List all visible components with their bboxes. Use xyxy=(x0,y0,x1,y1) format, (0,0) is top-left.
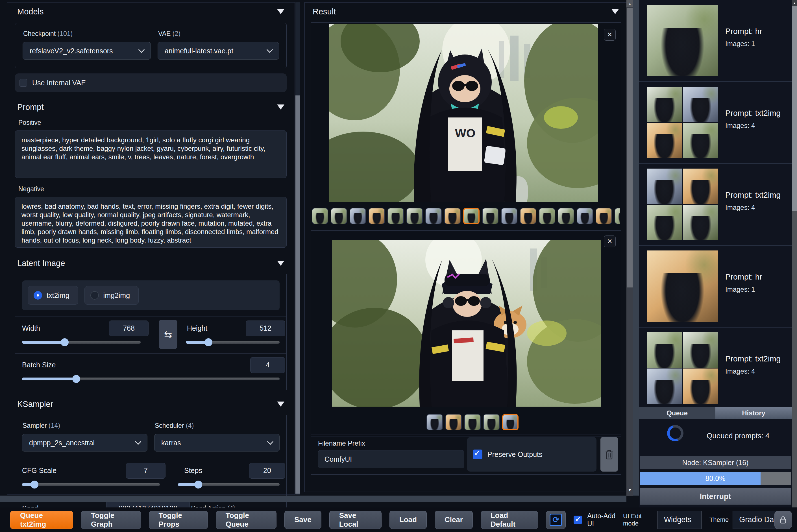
history-entry-thumbnail[interactable] xyxy=(647,87,718,158)
toggle-props-button[interactable]: Toggle Props xyxy=(149,511,208,529)
tab-queue[interactable]: Queue xyxy=(639,407,715,419)
vertical-splitter[interactable] xyxy=(633,0,639,496)
preserve-outputs-row[interactable]: Preserve Outputs xyxy=(467,437,596,472)
gallery-thumbnail[interactable] xyxy=(387,208,404,224)
widgets-select[interactable]: Widgets xyxy=(658,511,702,529)
collapse-icon[interactable] xyxy=(277,9,284,14)
height-slider[interactable] xyxy=(186,340,280,345)
gallery-thumbnail[interactable] xyxy=(445,414,462,430)
scrollbar-thumb[interactable] xyxy=(627,8,633,287)
txt2img-radio-option[interactable]: txt2img xyxy=(28,286,78,305)
history-entry-thumbnail[interactable] xyxy=(647,332,718,404)
gallery-thumbnail[interactable] xyxy=(483,414,499,430)
sampler-dropdown[interactable]: dpmpp_2s_ancestral xyxy=(22,434,148,452)
history-entry[interactable]: Prompt: hrImages: 1 xyxy=(639,0,792,82)
use-internal-vae-checkbox[interactable] xyxy=(19,79,27,87)
history-entry[interactable]: Prompt: txt2imgImages: 4 xyxy=(639,82,792,164)
gallery-thumbnail[interactable] xyxy=(482,208,498,224)
scroll-up-icon[interactable] xyxy=(626,0,633,7)
auto-add-ui-checkbox[interactable] xyxy=(574,516,582,524)
toggle-queue-button[interactable]: Toggle Queue xyxy=(216,511,277,529)
refresh-button[interactable]: ⟳ xyxy=(546,511,566,529)
scheduler-dropdown[interactable]: karras xyxy=(154,434,280,452)
interrupt-button[interactable]: Interrupt xyxy=(640,488,791,505)
gallery-thumbnail[interactable] xyxy=(614,208,620,224)
batch-size-slider[interactable] xyxy=(22,376,280,381)
gallery-thumbnail[interactable] xyxy=(520,208,536,224)
preserve-outputs-checkbox[interactable] xyxy=(473,450,482,459)
close-image-button[interactable] xyxy=(604,29,616,41)
checkpoint-dropdown[interactable]: refslaveV2_v2.safetensors xyxy=(23,42,151,60)
gallery-thumbnail[interactable] xyxy=(596,208,612,224)
result-image-1[interactable]: WO xyxy=(329,24,598,202)
scrollbar-thumb[interactable] xyxy=(296,95,300,494)
prompt-section-header[interactable]: Prompt xyxy=(7,98,295,116)
delete-outputs-button[interactable] xyxy=(601,437,618,472)
ksampler-section-header[interactable]: KSampler xyxy=(7,395,295,413)
gallery-thumbnail[interactable] xyxy=(502,414,518,430)
history-entry-thumbnail[interactable] xyxy=(647,169,718,240)
gallery-thumbnail[interactable] xyxy=(558,208,574,224)
gallery-thumbnail[interactable] xyxy=(368,208,385,224)
radio-unselected-icon[interactable] xyxy=(90,291,99,300)
horizontal-scrollbar[interactable] xyxy=(0,496,626,502)
filename-prefix-input[interactable]: ComfyUI xyxy=(318,450,464,468)
radio-selected-icon[interactable] xyxy=(34,291,42,300)
gallery-thumbnail[interactable] xyxy=(349,208,366,224)
gallery-thumbnail[interactable] xyxy=(331,208,347,224)
load-button[interactable]: Load xyxy=(390,511,427,529)
swap-dimensions-button[interactable] xyxy=(159,320,177,349)
history-entry[interactable]: Prompt: txt2imgImages: 4 xyxy=(639,164,792,246)
cfg-input[interactable]: 7 xyxy=(126,463,166,479)
gallery-thumbnail[interactable] xyxy=(539,208,555,224)
clear-button[interactable]: Clear xyxy=(435,511,473,529)
queue-txt2img-button[interactable]: Queue txt2img xyxy=(10,511,73,529)
result-section-header[interactable]: Result xyxy=(305,2,627,21)
gallery-thumbnail[interactable] xyxy=(463,208,479,224)
gallery1-thumbstrip[interactable] xyxy=(312,208,620,224)
result-scrollbar[interactable] xyxy=(626,0,633,496)
left-panel-scrollbar[interactable] xyxy=(296,2,300,495)
gallery2-thumbstrip[interactable] xyxy=(426,414,539,430)
gallery-thumbnail[interactable] xyxy=(444,208,461,224)
history-entry-thumbnail[interactable] xyxy=(647,250,718,322)
img2img-radio-option[interactable]: img2img xyxy=(84,286,139,305)
gallery-thumbnail[interactable] xyxy=(464,414,481,430)
close-image-button[interactable] xyxy=(604,235,616,247)
width-slider[interactable] xyxy=(22,340,141,345)
collapse-icon[interactable] xyxy=(277,261,284,266)
collapse-icon[interactable] xyxy=(277,104,284,110)
batch-size-input[interactable]: 4 xyxy=(250,357,285,373)
gallery-thumbnail[interactable] xyxy=(426,414,443,430)
gallery-thumbnail[interactable] xyxy=(501,208,517,224)
height-input[interactable]: 512 xyxy=(246,321,285,336)
collapse-icon[interactable] xyxy=(277,401,284,406)
scroll-up-icon[interactable] xyxy=(792,0,797,6)
tab-history[interactable]: History xyxy=(715,407,792,419)
history-entry[interactable]: Prompt: hrImages: 1 xyxy=(639,246,792,327)
load-default-button[interactable]: Load Default xyxy=(481,511,538,529)
latent-section-header[interactable]: Latent Image xyxy=(7,254,295,272)
scrollbar-thumb[interactable] xyxy=(792,6,797,211)
use-internal-vae-row[interactable]: Use Internal VAE xyxy=(15,73,287,92)
vae-dropdown[interactable]: animefull-latest.vae.pt xyxy=(157,42,279,60)
collapse-icon[interactable] xyxy=(611,9,619,14)
lock-ui-button[interactable] xyxy=(774,511,792,529)
gallery-thumbnail[interactable] xyxy=(425,208,442,224)
gallery-thumbnail[interactable] xyxy=(577,208,593,224)
scroll-down-icon[interactable] xyxy=(626,486,633,494)
models-section-header[interactable]: Models xyxy=(7,2,295,21)
result-image-2[interactable] xyxy=(332,240,601,406)
steps-input[interactable]: 20 xyxy=(249,463,285,479)
negative-prompt-input[interactable]: lowres, bad anatomy, bad hands, text, er… xyxy=(15,197,287,248)
history-entry-thumbnail[interactable] xyxy=(647,5,718,76)
history-entry[interactable]: Prompt: txt2imgImages: 4 xyxy=(639,327,792,410)
window-scrollbar[interactable] xyxy=(792,0,797,532)
gallery-thumbnail[interactable] xyxy=(406,208,423,224)
gallery-thumbnail[interactable] xyxy=(312,208,328,224)
toggle-graph-button[interactable]: Toggle Graph xyxy=(81,511,141,529)
save-local-button[interactable]: Save Local xyxy=(329,511,382,529)
width-input[interactable]: 768 xyxy=(109,321,149,336)
steps-slider[interactable] xyxy=(178,482,280,487)
save-button[interactable]: Save xyxy=(284,511,321,529)
